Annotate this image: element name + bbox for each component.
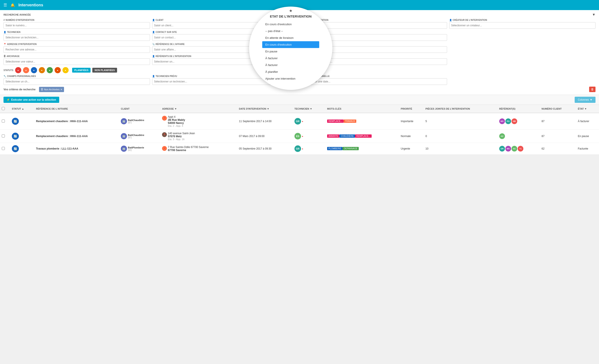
dropdown-item[interactable]: Ajouter une intervention <box>262 75 319 82</box>
row-checkbox-1[interactable] <box>0 130 10 143</box>
col-referents: RÉFÉRENT(S) <box>497 105 540 113</box>
planifiees-button[interactable]: PLANIFIÉES <box>72 68 91 72</box>
row-check-2[interactable] <box>2 147 5 150</box>
row-client-0: 🏢 BatiChaudière (87) <box>119 113 160 130</box>
col-priorite: PRIORITÉ <box>399 105 424 113</box>
field-empty1 <box>449 31 596 41</box>
client-avatar-1: 🏢 <box>121 133 127 139</box>
status-dot-vert[interactable]: ● <box>47 67 53 73</box>
dropdown-item[interactable]: En attente de livraison <box>262 35 319 41</box>
row-tech-1: ES ● <box>293 130 325 143</box>
col-client: CLIENT <box>119 105 160 113</box>
referent-avatar: MS <box>505 146 511 151</box>
row-client-1: 🏢 BatiChaudière (87) <box>119 130 160 143</box>
row-etat-1: En pause <box>576 130 599 143</box>
contact-icon: 👤 <box>152 31 155 33</box>
status-dot-rouge[interactable]: ● <box>15 67 21 73</box>
archivage-input[interactable] <box>3 58 150 65</box>
dropdown-item[interactable]: En pause <box>262 48 319 55</box>
table-header-row: STATUT ▲ RÉFÉRENCE DE L'AFFAIRE CLIENT A… <box>0 105 599 113</box>
row-date-2: 05 Septembre 2017 à 09:30 <box>237 143 293 155</box>
non-archivees-tag[interactable]: 🗄 Non Archivées × <box>39 87 64 92</box>
dropdown-item[interactable]: -- pas d'état -- <box>262 28 319 35</box>
champs-input[interactable] <box>3 78 150 85</box>
tech-avatar-2: GR <box>294 145 301 152</box>
col-checkbox <box>0 105 10 113</box>
trash-button[interactable]: 🗑 <box>589 87 596 92</box>
row-check-1[interactable] <box>2 134 5 137</box>
row-client-2: 🏢 BatiPlomberie (62) <box>119 143 160 155</box>
dropdown-item[interactable]: À facturer <box>262 62 319 68</box>
client-avatar-2: 🏢 <box>121 146 127 152</box>
row-num-client-2: 62 <box>540 143 576 155</box>
dropdown-item[interactable]: À facturer <box>262 55 319 62</box>
row-priority-2: Urgente <box>399 143 424 155</box>
tech-dot-0: ● <box>302 120 303 123</box>
status-icon-1: 🔄 <box>12 133 19 140</box>
star-icon: ★ <box>289 8 292 13</box>
adresse-input[interactable] <box>3 46 150 53</box>
row-reference-0: Remplacement chaudiere : HHA-111-AAA <box>34 113 119 130</box>
columns-button[interactable]: Colonnes ▼ <box>575 97 596 103</box>
tech-icon: 👤 <box>3 31 6 33</box>
keyword-tag: REMPLACE... <box>355 134 371 138</box>
row-date-1: 07 Mars 2017 à 09:00 <box>237 130 293 143</box>
status-icon-2: 🔄 <box>12 145 19 152</box>
etat-dropdown-modal[interactable]: ★ ETAT DE L'INTERVENTION En cours d'exéc… <box>249 7 332 90</box>
dropdown-item[interactable]: En cours d'exécution <box>262 21 319 28</box>
field-champs: 🔧 CHAMPS PERSONNALISÉS <box>3 75 150 85</box>
keyword-tag: DEPANNAGE <box>343 147 359 150</box>
table-container: STATUT ▲ RÉFÉRENCE DE L'AFFAIRE CLIENT A… <box>0 105 599 155</box>
col-adresse[interactable]: ADRESSE ▼ <box>160 105 237 113</box>
row-reference-1: Remplacement chaudiere : HHA-111-AAA <box>34 130 119 143</box>
referent-avatar: AC <box>511 146 517 151</box>
execute-action-button[interactable]: ⚡ Exécuter une action sur la sélection <box>3 97 59 103</box>
date-previsionnelle-input[interactable] <box>301 78 447 85</box>
tag-label: Non Archivées <box>44 88 60 91</box>
field-date-previsionnelle: 📅 DATE PRÉVISIONNELLE <box>301 75 447 85</box>
technicien-input[interactable] <box>3 34 150 41</box>
address-icon-2: 📍 <box>162 146 167 151</box>
interventions-table: STATUT ▲ RÉFÉRENCE DE L'AFFAIRE CLIENT A… <box>0 105 599 155</box>
createur-icon: 👤 <box>449 19 452 21</box>
dropdown-item[interactable]: À planifier <box>262 68 319 75</box>
col-etat[interactable]: ÉTAT ▼ <box>576 105 599 113</box>
dropdown-item[interactable]: En cours d'exécution <box>262 41 319 48</box>
dropdown-title: ETAT DE L'INTERVENTION <box>270 15 312 18</box>
row-date-0: 11 Septembre 2017 à 14:00 <box>237 113 293 130</box>
select-all-checkbox[interactable] <box>2 107 5 110</box>
bell-icon[interactable]: 🔔 <box>10 3 15 7</box>
tag-close-button[interactable]: × <box>61 88 62 91</box>
keyword-tag: REMPLACE... <box>327 119 344 123</box>
status-dot-orange-fonce[interactable]: ● <box>23 67 29 73</box>
status-dot-orange[interactable]: ● <box>39 67 45 73</box>
status-dot-bleu[interactable]: ● <box>31 67 37 73</box>
field-createur: 👤 CRÉATEUR DE L'INTERVENTION <box>449 19 596 29</box>
row-reference-2: Travaux plomberie : LLL-111-AAA <box>34 143 119 155</box>
collapse-icon[interactable]: ▼ <box>592 13 596 17</box>
lightning-icon: ⚡ <box>7 98 10 101</box>
client-avatar-0: 🏢 <box>121 118 127 124</box>
status-dot-orange-rouge[interactable]: ● <box>55 67 61 73</box>
row-keywords-0: REMPLACE...TRAVAUX <box>325 113 399 130</box>
menu-icon[interactable]: ☰ <box>3 3 7 8</box>
address-icon-1: 📍 <box>162 132 167 137</box>
row-address-0: 📍 Appt 4 2B Rue Mably 54000 Nancy Eta. 2… <box>160 113 237 130</box>
row-checkbox-0[interactable] <box>0 113 10 130</box>
row-pieces-2: 10 <box>424 143 497 155</box>
col-pieces: PIÈCES JOINTES DE L'INTERVENTION <box>424 105 497 113</box>
row-pieces-1: 0 <box>424 130 497 143</box>
row-checkbox-2[interactable] <box>0 143 10 155</box>
row-keywords-2: PLOMBERIEDEPANNAGE <box>325 143 399 155</box>
row-priority-0: Importante <box>399 113 424 130</box>
createur-input[interactable] <box>449 22 596 29</box>
col-statut[interactable]: STATUT ▲ <box>10 105 34 113</box>
numero-input[interactable] <box>3 22 150 29</box>
page-title: Interventions <box>18 3 43 8</box>
status-dot-jaune[interactable]: ● <box>62 67 69 73</box>
non-planifiees-button[interactable]: NON PLANIFIÉES <box>92 68 117 72</box>
col-reference: RÉFÉRENCE DE L'AFFAIRE <box>34 105 119 113</box>
col-technicien[interactable]: TECHNICIEN ▼ <box>293 105 325 113</box>
row-check-0[interactable] <box>2 119 5 123</box>
col-date[interactable]: DATE D'INTERVENTION ▼ <box>237 105 293 113</box>
